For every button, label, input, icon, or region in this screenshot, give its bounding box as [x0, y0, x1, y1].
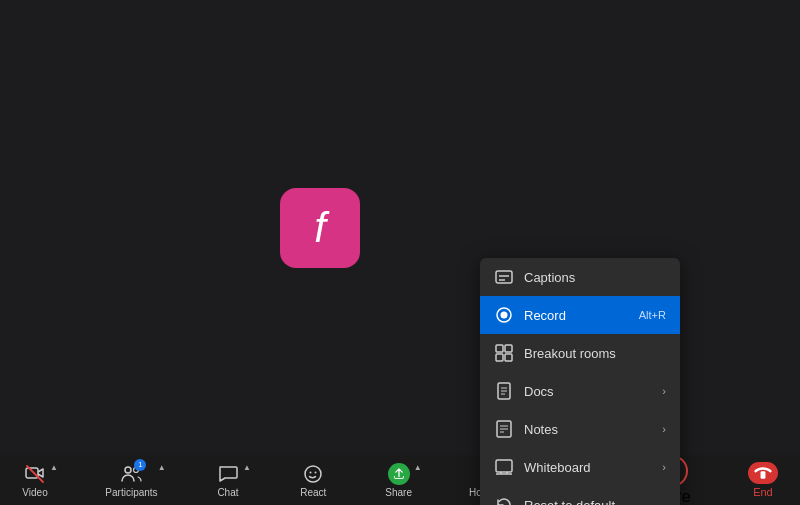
video-icon [24, 463, 46, 485]
reset-icon [494, 495, 514, 505]
toolbar-item-participants[interactable]: 1 Participants ▲ [95, 459, 167, 502]
share-caret[interactable]: ▲ [414, 463, 422, 472]
participants-caret[interactable]: ▲ [158, 463, 166, 472]
docs-label: Docs [524, 384, 662, 399]
menu-item-docs[interactable]: Docs › [480, 372, 680, 410]
breakout-label: Breakout rooms [524, 346, 666, 361]
participants-icon: 1 [120, 463, 142, 485]
record-label: Record [524, 308, 631, 323]
chat-label: Chat [217, 487, 238, 498]
menu-item-whiteboard[interactable]: Whiteboard › [480, 448, 680, 486]
notes-label: Notes [524, 422, 662, 437]
video-label: Video [22, 487, 47, 498]
reset-label: Reset to default [524, 498, 666, 506]
react-icon [302, 463, 324, 485]
toolbar-item-share[interactable]: Share ▲ [374, 459, 424, 502]
svg-rect-2 [496, 271, 512, 283]
chat-caret[interactable]: ▲ [243, 463, 251, 472]
svg-point-25 [125, 467, 131, 473]
svg-rect-19 [496, 460, 512, 472]
whiteboard-chevron: › [662, 461, 666, 473]
svg-rect-23 [26, 468, 38, 478]
svg-rect-10 [505, 354, 512, 361]
end-button[interactable]: End [736, 458, 790, 502]
toolbar-item-video[interactable]: Video ▲ [10, 459, 60, 502]
menu-item-reset[interactable]: Reset to default [480, 486, 680, 505]
record-shortcut: Alt+R [639, 309, 666, 321]
svg-rect-42 [760, 471, 765, 478]
breakout-icon [494, 343, 514, 363]
svg-rect-7 [496, 345, 503, 352]
svg-point-29 [315, 471, 317, 473]
toolbar-item-react[interactable]: React [288, 459, 338, 502]
menu-item-captions[interactable]: Captions [480, 258, 680, 296]
video-caret[interactable]: ▲ [50, 463, 58, 472]
end-label: End [753, 486, 773, 498]
participants-label: Participants [105, 487, 157, 498]
svg-point-6 [501, 312, 508, 319]
chat-icon [217, 463, 239, 485]
participants-badge: 1 [134, 459, 146, 471]
svg-point-27 [305, 466, 321, 482]
whiteboard-label: Whiteboard [524, 460, 662, 475]
svg-rect-8 [505, 345, 512, 352]
toolbar-item-chat[interactable]: Chat ▲ [203, 459, 253, 502]
captions-label: Captions [524, 270, 666, 285]
svg-point-28 [310, 471, 312, 473]
whiteboard-icon [494, 457, 514, 477]
avatar: f [280, 188, 360, 268]
toolbar: Video ▲ 1 Participants ▲ Chat ▲ [0, 455, 800, 505]
video-area: f Captions [0, 0, 800, 455]
record-icon [494, 305, 514, 325]
captions-icon [494, 267, 514, 287]
docs-chevron: › [662, 385, 666, 397]
menu-item-record[interactable]: Record Alt+R [480, 296, 680, 334]
menu-item-notes[interactable]: Notes › [480, 410, 680, 448]
share-icon [388, 463, 410, 485]
end-icon [748, 462, 778, 484]
notes-chevron: › [662, 423, 666, 435]
react-label: React [300, 487, 326, 498]
svg-rect-9 [496, 354, 503, 361]
notes-icon [494, 419, 514, 439]
more-dropdown-menu: Captions Record Alt+R [480, 258, 680, 505]
share-label: Share [385, 487, 412, 498]
menu-item-breakout[interactable]: Breakout rooms [480, 334, 680, 372]
docs-icon [494, 381, 514, 401]
